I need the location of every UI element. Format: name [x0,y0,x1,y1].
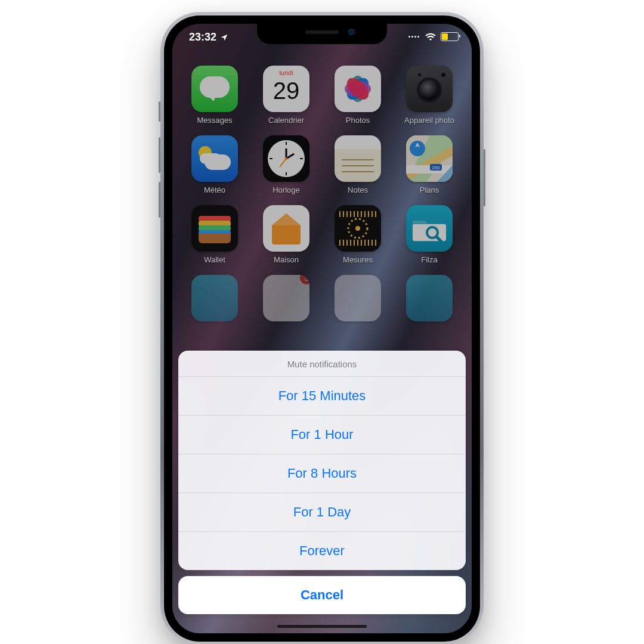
screen: 23:32 [172,24,472,633]
mute-option-1day[interactable]: For 1 Day [178,493,466,531]
cancel-button[interactable]: Cancel [178,576,466,614]
side-button [484,149,485,206]
mute-option-15min[interactable]: For 15 Minutes [178,376,466,415]
location-icon [220,33,228,42]
silence-switch [159,101,160,122]
home-indicator[interactable] [277,625,367,628]
action-sheet: Mute notifications For 15 Minutes For 1 … [178,351,466,614]
status-time: 23:32 [189,31,216,44]
device-frame: 23:32 [160,12,484,644]
mute-option-forever[interactable]: Forever [178,531,466,570]
action-sheet-title: Mute notifications [178,351,466,376]
battery-icon [441,32,459,41]
mute-option-1hour[interactable]: For 1 Hour [178,415,466,454]
notch [257,24,387,44]
volume-down-button [159,182,160,218]
mute-option-8hours[interactable]: For 8 Hours [178,454,466,493]
volume-up-button [159,137,160,173]
wifi-icon [425,33,436,41]
cellular-icon [408,36,419,38]
